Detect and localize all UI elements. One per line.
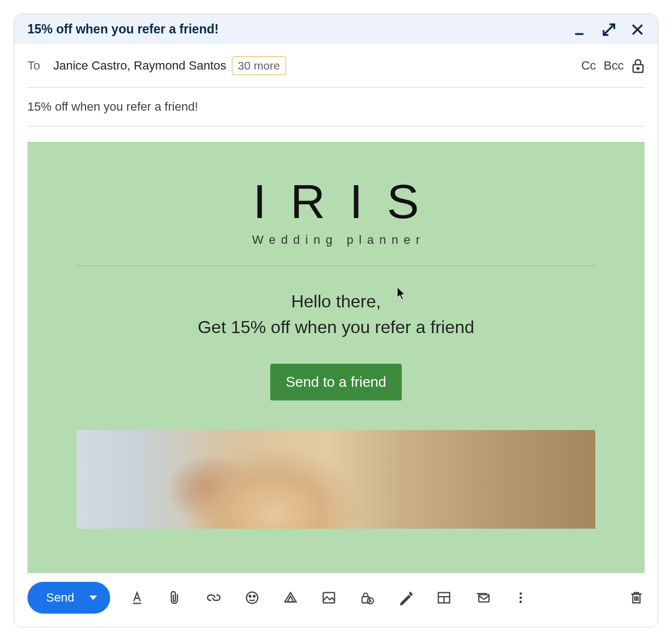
lock-icon[interactable] xyxy=(631,58,645,73)
subject-text: 15% off when you refer a friend! xyxy=(27,100,198,113)
compose-window: 15% off when you refer a friend! To Jani… xyxy=(14,14,658,627)
svg-point-13 xyxy=(520,600,522,603)
offer-text: Get 15% off when you refer a friend xyxy=(27,317,645,337)
multi-send-icon[interactable] xyxy=(474,590,491,606)
to-row[interactable]: To Janice Castro, Raymond Santos 30 more… xyxy=(27,44,645,88)
divider xyxy=(77,266,595,266)
greeting-text: Hello there, xyxy=(27,291,645,312)
recipients-more-badge[interactable]: 30 more xyxy=(232,56,286,75)
delete-icon[interactable] xyxy=(628,590,645,606)
more-icon[interactable] xyxy=(512,590,529,606)
bcc-button[interactable]: Bcc xyxy=(603,59,624,73)
compose-toolbar: Send xyxy=(14,573,658,627)
titlebar: 15% off when you refer a friend! xyxy=(14,14,658,44)
svg-point-3 xyxy=(247,592,258,604)
minimize-icon[interactable] xyxy=(573,22,588,37)
svg-point-11 xyxy=(520,592,522,595)
send-button[interactable]: Send xyxy=(27,582,110,614)
close-icon[interactable] xyxy=(630,22,645,37)
confidential-mode-icon[interactable] xyxy=(359,590,375,606)
svg-point-4 xyxy=(249,596,251,597)
svg-rect-10 xyxy=(479,594,489,602)
link-icon[interactable] xyxy=(206,590,222,606)
to-label: To xyxy=(27,59,40,73)
subject-field[interactable]: 15% off when you refer a friend! xyxy=(27,88,645,127)
chevron-down-icon xyxy=(89,596,97,600)
svg-point-5 xyxy=(254,596,255,597)
layouts-icon[interactable] xyxy=(436,590,452,606)
cc-button[interactable]: Cc xyxy=(581,59,596,73)
email-template-canvas: IRIS Wedding planner Hello there, Get 15… xyxy=(27,142,645,573)
svg-rect-7 xyxy=(362,597,369,603)
recipients-text: Janice Castro, Raymond Santos xyxy=(53,59,226,73)
hero-image xyxy=(77,430,595,529)
svg-point-2 xyxy=(637,67,639,69)
email-body[interactable]: IRIS Wedding planner Hello there, Get 15… xyxy=(14,127,658,573)
cc-bcc-group: Cc Bcc xyxy=(581,58,645,73)
text-format-icon[interactable] xyxy=(129,590,145,606)
signature-icon[interactable] xyxy=(397,590,414,606)
window-title: 15% off when you refer a friend! xyxy=(27,22,573,37)
header-fields: To Janice Castro, Raymond Santos 30 more… xyxy=(14,44,658,127)
svg-rect-6 xyxy=(323,593,335,603)
insert-image-icon[interactable] xyxy=(321,590,337,606)
brand-name: IRIS xyxy=(27,174,645,230)
emoji-icon[interactable] xyxy=(244,590,260,606)
svg-point-12 xyxy=(520,597,522,599)
svg-rect-0 xyxy=(575,33,583,35)
titlebar-actions xyxy=(573,22,645,37)
send-to-friend-button[interactable]: Send to a friend xyxy=(270,364,402,400)
attachment-icon[interactable] xyxy=(167,590,184,606)
send-button-label: Send xyxy=(46,591,74,605)
drive-icon[interactable] xyxy=(282,590,299,606)
expand-icon[interactable] xyxy=(602,22,616,37)
formatting-icons xyxy=(129,590,645,606)
brand-tagline: Wedding planner xyxy=(27,233,645,247)
